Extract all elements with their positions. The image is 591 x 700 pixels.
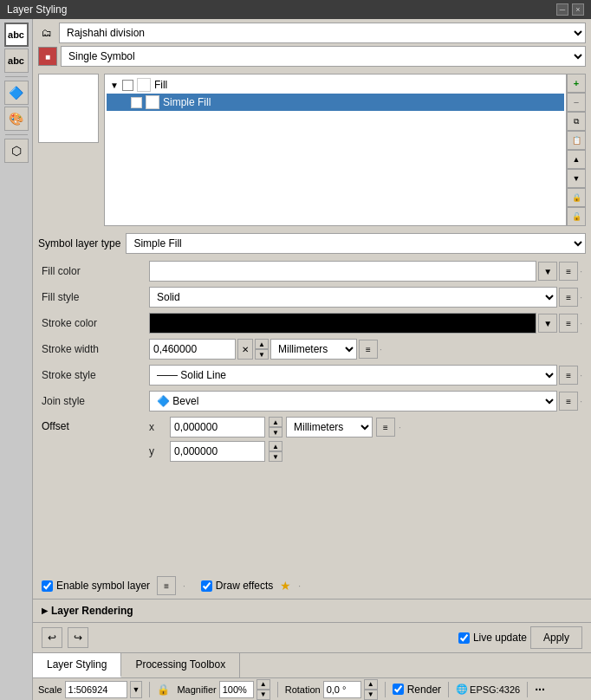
fill-color-button[interactable] <box>149 261 536 282</box>
offset-x-down[interactable]: ▼ <box>269 427 283 438</box>
layer-rendering-section: ▶ Layer Rendering <box>33 599 591 622</box>
tree-item-simple-fill[interactable]: Simple Fill <box>107 94 564 111</box>
scale-dropdown[interactable]: ▼ <box>130 681 143 698</box>
stroke-width-unit[interactable]: Millimeters <box>270 339 357 360</box>
stroke-style-copy[interactable]: ≡ <box>559 366 578 385</box>
stroke-width-down[interactable]: ▼ <box>255 349 269 360</box>
join-style-select[interactable]: 🔷 Bevel <box>149 391 557 412</box>
offset-y-label: y <box>149 445 166 457</box>
symbol-icon: 🔷 <box>9 86 23 100</box>
offset-y-spinners: ▲ ▼ <box>269 441 283 462</box>
fill-style-copy[interactable]: ≡ <box>559 288 578 307</box>
simple-fill-swatch <box>146 95 159 109</box>
enable-symbol-copy[interactable]: ≡ <box>157 576 176 595</box>
magnifier-up[interactable]: ▲ <box>257 679 270 690</box>
section-arrow-icon: ▶ <box>42 606 48 615</box>
offset-x-input[interactable] <box>170 417 265 438</box>
toolbar-abc-label1[interactable]: abc <box>4 23 29 47</box>
enable-symbol-text: Enable symbol layer <box>56 580 150 592</box>
add-layer-button[interactable]: + <box>567 74 586 93</box>
live-update-text: Live update <box>473 632 527 644</box>
stroke-width-clear[interactable]: ✕ <box>237 339 253 360</box>
offset-x-up[interactable]: ▲ <box>269 417 283 427</box>
paste-layer-button[interactable]: 📋 <box>567 131 586 150</box>
join-style-copy[interactable]: ≡ <box>559 392 578 411</box>
stroke-style-select[interactable]: —— Solid Line <box>149 365 557 386</box>
fill-style-row: Fill style Solid ≡ · <box>42 287 582 308</box>
fill-color-row: Fill color ▼ ≡ · <box>42 261 582 282</box>
tree-item-fill[interactable]: ▼ Fill <box>107 76 564 94</box>
rotation-up[interactable]: ▲ <box>364 679 378 690</box>
stroke-width-input[interactable] <box>149 339 236 360</box>
offset-copy[interactable]: ≡ <box>376 418 395 437</box>
toolbar-abc-label2[interactable]: abc <box>4 49 29 73</box>
offset-y-up[interactable]: ▲ <box>269 441 283 451</box>
move-up-button[interactable]: ▲ <box>567 150 586 169</box>
lock-layer-button[interactable]: 🔒 <box>567 188 586 207</box>
magnifier-down[interactable]: ▼ <box>257 690 270 700</box>
symbol-layer-type-select[interactable]: Simple Fill <box>126 233 586 254</box>
epsg-item[interactable]: 🌐 EPSG:4326 <box>456 684 520 695</box>
scale-input[interactable] <box>65 681 127 698</box>
offset-unit-select[interactable]: Millimeters <box>286 417 373 438</box>
draw-effects-checkbox[interactable] <box>201 580 212 592</box>
stroke-width-copy[interactable]: ≡ <box>359 340 378 359</box>
toolbar-blending[interactable]: ⬡ <box>4 139 29 163</box>
copy-layer-button[interactable]: ⧉ <box>567 112 586 131</box>
redo-button[interactable]: ↪ <box>68 627 88 648</box>
magnifier-input[interactable] <box>219 681 254 698</box>
remove-layer-button[interactable]: − <box>567 93 586 112</box>
rotation-input[interactable] <box>323 681 361 698</box>
move-down-button[interactable]: ▼ <box>567 169 586 188</box>
render-label[interactable]: Render <box>393 684 441 696</box>
more-button[interactable]: ··· <box>535 683 545 697</box>
offset-y-input[interactable] <box>170 441 265 462</box>
fill-checkbox[interactable] <box>122 80 133 91</box>
live-update-checkbox[interactable] <box>458 632 470 644</box>
magnifier-lock-icon[interactable]: 🔒 <box>157 684 170 696</box>
stroke-style-row: Stroke style —— Solid Line ≡ · <box>42 365 582 386</box>
abc-icon-2: abc <box>8 55 24 66</box>
draw-effects-label[interactable]: Draw effects <box>201 580 273 592</box>
layer-rendering-header[interactable]: ▶ Layer Rendering <box>42 603 582 619</box>
render-checkbox[interactable] <box>393 684 404 695</box>
fill-color-label: Fill color <box>42 265 146 277</box>
symbol-panel: ▼ Fill Simple Fill <box>38 74 586 226</box>
fill-color-copy[interactable]: ≡ <box>559 262 578 281</box>
undo-button[interactable]: ↩ <box>42 627 62 648</box>
live-update-label[interactable]: Live update <box>458 632 527 644</box>
toolbar-sep-2 <box>5 134 28 135</box>
unlock-layer-button[interactable]: 🔓 <box>567 207 586 226</box>
toolbar-color[interactable]: 🎨 <box>4 107 29 131</box>
stroke-color-button[interactable] <box>149 313 536 334</box>
layer-dropdown-icon: 🗂 <box>38 24 55 42</box>
layer-select[interactable]: Rajshahi division <box>59 23 586 43</box>
minimize-button[interactable]: ─ <box>556 3 568 16</box>
enable-symbol-label[interactable]: Enable symbol layer <box>42 580 150 592</box>
epsg-label: EPSG:4326 <box>470 684 520 695</box>
offset-y-down[interactable]: ▼ <box>269 451 283 462</box>
toolbar-symbol[interactable]: 🔷 <box>4 81 29 105</box>
toolbar-sep-1 <box>5 76 28 77</box>
apply-button[interactable]: Apply <box>530 626 582 649</box>
style-type-select[interactable]: Single Symbol <box>61 46 586 67</box>
fill-style-select[interactable]: Solid <box>149 287 557 308</box>
enable-symbol-checkbox[interactable] <box>42 580 53 592</box>
action-bar: ↩ ↪ Live update Apply <box>33 622 591 652</box>
simple-fill-checkbox[interactable] <box>131 97 142 108</box>
stroke-style-label: Stroke style <box>42 369 146 381</box>
main-container: abc abc 🔷 🎨 ⬡ 🗂 Rajshahi division <box>0 19 591 700</box>
symbol-layer-type-label: Symbol layer type <box>38 237 120 250</box>
tab-processing-toolbox[interactable]: Processing Toolbox <box>121 653 240 677</box>
stroke-width-up[interactable]: ▲ <box>255 339 269 349</box>
stroke-color-copy[interactable]: ≡ <box>559 314 578 333</box>
stroke-color-dropdown[interactable]: ▼ <box>538 314 557 333</box>
status-sep-3 <box>385 682 386 697</box>
rotation-down[interactable]: ▼ <box>364 690 378 700</box>
blending-icon: ⬡ <box>11 144 22 158</box>
tab-layer-styling[interactable]: Layer Styling <box>33 653 121 677</box>
close-button[interactable]: × <box>572 3 584 16</box>
stroke-color-dot: · <box>580 319 582 328</box>
stroke-color-control: ▼ ≡ · <box>149 313 582 334</box>
fill-color-dropdown[interactable]: ▼ <box>538 262 557 281</box>
